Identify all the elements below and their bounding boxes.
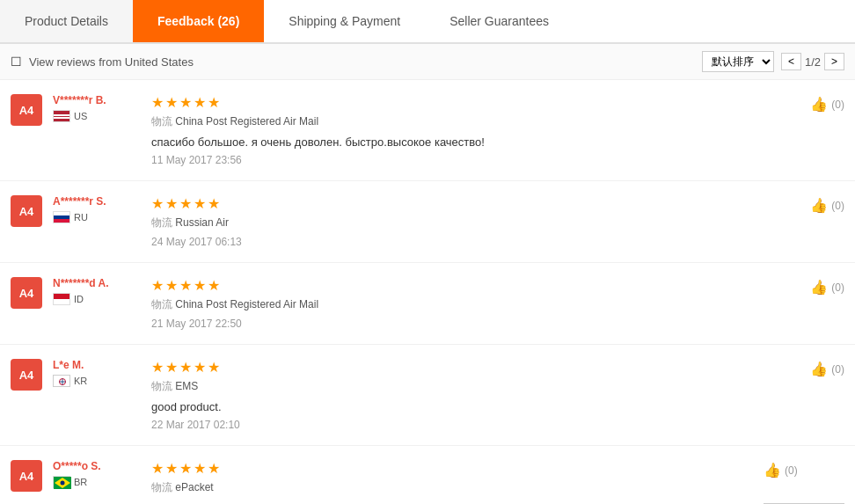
thumb-up-icon: 👍 <box>810 279 828 296</box>
reviewer-info: L*e M. KR <box>53 359 141 387</box>
avatar: A4 <box>11 195 42 227</box>
star-rating: ★ ★ ★ ★ ★ <box>151 359 800 376</box>
thumb-up-icon: 👍 <box>810 361 828 377</box>
country-code: KR <box>74 376 87 386</box>
flag-icon <box>53 375 70 387</box>
tab-shipping-payment[interactable]: Shipping & Payment <box>264 0 425 42</box>
country-code: BR <box>74 477 87 487</box>
review-date: 11 May 2017 23:56 <box>151 154 800 166</box>
star-rating: ★ ★ ★ ★ ★ <box>151 460 753 477</box>
tabs-bar: Product Details Feedback (26) Shipping &… <box>0 0 855 44</box>
shipping-method: ePacket <box>175 481 213 493</box>
shipping-label: 物流 <box>151 298 172 310</box>
review-text: спасибо большое. я очень доволен. быстро… <box>151 135 800 150</box>
like-button[interactable]: 👍 (0) <box>810 361 844 377</box>
reviewer-name[interactable]: L*e M. <box>53 359 141 371</box>
review-content: ★ ★ ★ ★ ★ 物流 China Post Registered Air M… <box>151 277 800 330</box>
shipping-label: 物流 <box>151 115 172 128</box>
thumb-up-icon: 👍 <box>810 197 828 214</box>
right-column: 👍 (0) 显示更多评价 <box>764 460 844 504</box>
avatar: A4 <box>11 277 42 309</box>
shipping-info: 物流 China Post Registered Air Mail <box>151 114 800 129</box>
star-3: ★ <box>179 359 192 376</box>
country-flag: BR <box>53 476 141 488</box>
avatar: A4 <box>11 359 42 391</box>
reviewer-info: N*******d A. ID <box>53 277 141 305</box>
star-3: ★ <box>179 460 192 477</box>
review-content: ★ ★ ★ ★ ★ 物流 China Post Registered Air M… <box>151 94 800 166</box>
star-1: ★ <box>151 195 164 212</box>
page-info: 1/2 <box>805 55 821 69</box>
shipping-label: 物流 <box>151 481 172 493</box>
reviewer-info: V*******r B. US <box>53 94 141 122</box>
shipping-label: 物流 <box>151 380 172 392</box>
filter-left: ☐ View reviews from United States <box>11 55 194 69</box>
sort-select[interactable]: 默认排序 <box>702 51 774 72</box>
svg-rect-0 <box>54 376 70 387</box>
star-2: ★ <box>165 277 178 294</box>
star-4: ★ <box>194 359 206 376</box>
star-5: ★ <box>208 94 220 111</box>
thumb-up-icon: 👍 <box>764 462 781 478</box>
star-2: ★ <box>165 460 178 477</box>
reviewer-name[interactable]: O*****o S. <box>53 460 141 472</box>
filter-right: 默认排序 < 1/2 > <box>702 51 844 72</box>
star-rating: ★ ★ ★ ★ ★ <box>151 277 800 294</box>
avatar: A4 <box>11 460 42 492</box>
flag-icon <box>53 293 70 305</box>
star-1: ★ <box>151 359 164 376</box>
like-count: (0) <box>831 281 844 294</box>
reviewer-info: O*****o S. BR <box>53 460 141 488</box>
review-item: A4 L*e M. KR ★ ★ ★ ★ <box>0 345 855 446</box>
star-2: ★ <box>165 94 178 111</box>
like-count: (0) <box>831 99 844 111</box>
flag-icon <box>53 110 70 122</box>
shipping-method: China Post Registered Air Mail <box>175 298 318 310</box>
next-page-btn[interactable]: > <box>824 53 844 70</box>
shipping-method: Russian Air <box>175 216 229 229</box>
like-button[interactable]: 👍 (0) <box>810 96 844 113</box>
reviewer-name[interactable]: A*******r S. <box>53 195 141 208</box>
star-4: ★ <box>194 94 206 111</box>
star-4: ★ <box>194 277 206 294</box>
shipping-info: 物流 Russian Air <box>151 215 800 230</box>
review-date: 24 May 2017 06:13 <box>151 236 800 248</box>
filter-bar: ☐ View reviews from United States 默认排序 <… <box>0 44 855 80</box>
star-3: ★ <box>179 195 192 212</box>
thumb-up-icon: 👍 <box>810 96 828 113</box>
review-text: very fast. very good <box>151 500 753 504</box>
like-count: (0) <box>831 200 844 212</box>
flag-icon <box>53 476 70 488</box>
country-flag: RU <box>53 211 141 223</box>
star-3: ★ <box>179 94 192 111</box>
reviewer-name[interactable]: V*******r B. <box>53 94 141 106</box>
tab-feedback[interactable]: Feedback (26) <box>133 0 264 42</box>
checkbox-icon[interactable]: ☐ <box>11 55 22 69</box>
like-button[interactable]: 👍 (0) <box>810 197 844 214</box>
svg-point-6 <box>61 481 65 486</box>
country-flag: US <box>53 110 141 122</box>
review-item: A4 O*****o S. BR ★ ★ ★ ★ ★ <box>0 446 855 504</box>
star-1: ★ <box>151 460 164 477</box>
star-5: ★ <box>208 460 220 477</box>
star-4: ★ <box>194 460 206 477</box>
star-2: ★ <box>165 195 178 212</box>
reviewer-name[interactable]: N*******d A. <box>53 277 141 289</box>
star-3: ★ <box>179 277 192 294</box>
prev-page-btn[interactable]: < <box>781 53 801 70</box>
country-code: ID <box>74 294 84 304</box>
avatar: A4 <box>11 94 42 126</box>
like-count: (0) <box>785 464 798 477</box>
like-button[interactable]: 👍 (0) <box>810 279 844 296</box>
star-5: ★ <box>208 195 220 212</box>
star-4: ★ <box>194 195 206 212</box>
country-flag: ID <box>53 293 141 305</box>
country-flag: KR <box>53 375 141 387</box>
star-rating: ★ ★ ★ ★ ★ <box>151 94 800 111</box>
tab-product-details[interactable]: Product Details <box>0 0 133 42</box>
like-button[interactable]: 👍 (0) <box>764 462 798 478</box>
review-text: good product. <box>151 399 800 415</box>
star-1: ★ <box>151 277 164 294</box>
view-reviews-link[interactable]: View reviews from United States <box>29 55 194 69</box>
tab-seller-guarantees[interactable]: Seller Guarantees <box>425 0 574 42</box>
